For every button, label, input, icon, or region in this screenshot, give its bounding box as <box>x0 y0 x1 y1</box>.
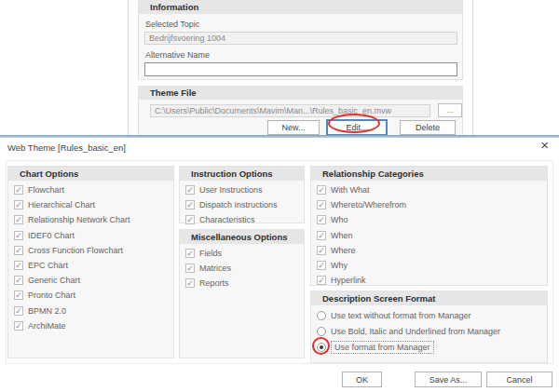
ok-button[interactable]: OK <box>342 372 382 387</box>
window-divider-left <box>128 0 129 135</box>
checkbox-option[interactable]: ✓Dispatch Instructions <box>185 197 304 212</box>
information-panel: Information Selected Topic Alternative N… <box>138 0 463 80</box>
theme-file-path-field[interactable] <box>150 104 430 117</box>
close-icon[interactable]: × <box>540 137 549 153</box>
checkbox-icon[interactable]: ✓ <box>185 200 195 210</box>
edit-theme-button[interactable]: Edit... <box>326 119 388 136</box>
selected-topic-label: Selected Topic <box>145 20 462 29</box>
checkbox-option[interactable]: ✓Hierarchical Chart <box>14 197 173 212</box>
option-label: Use text without format from Manager <box>331 311 471 320</box>
save-as-button[interactable]: Save As... <box>415 372 482 387</box>
option-label: BPMN 2.0 <box>28 306 66 316</box>
option-label: Cross Function Flowchart <box>28 246 123 255</box>
checkbox-icon[interactable]: ✓ <box>185 215 195 224</box>
option-label: Flowchart <box>28 185 64 195</box>
checkbox-icon[interactable]: ✓ <box>317 231 326 240</box>
instruction-options-title: Instruction Options <box>180 167 304 181</box>
checkbox-icon[interactable]: ✓ <box>14 246 23 255</box>
option-label: Where <box>331 246 356 255</box>
option-label: Matrices <box>199 264 231 273</box>
checkbox-option[interactable]: ✓Reports <box>185 276 304 291</box>
checkbox-icon[interactable]: ✓ <box>14 231 23 240</box>
chart-options-title: Chart Options <box>8 167 173 181</box>
dialog-top-edge <box>0 135 559 138</box>
option-label: Dispatch Instructions <box>199 200 278 210</box>
checkbox-icon[interactable]: ✓ <box>317 261 326 270</box>
checkbox-option[interactable]: ✓Pronto Chart <box>14 288 173 303</box>
checkbox-icon[interactable]: ✓ <box>317 200 326 210</box>
checkbox-icon[interactable]: ✓ <box>14 261 23 270</box>
selected-topic-field[interactable] <box>144 32 457 45</box>
description-screen-format-list: Use text without format from ManagerUse … <box>311 305 547 355</box>
checkbox-option[interactable]: ✓Characteristics <box>185 212 304 227</box>
checkbox-option[interactable]: ✓Cross Function Flowchart <box>14 243 173 258</box>
checkbox-option[interactable]: ✓User Instructions <box>185 182 304 197</box>
checkbox-option[interactable]: ✓Hyperlink <box>317 273 547 288</box>
checkbox-option[interactable]: ✓BPMN 2.0 <box>14 304 173 318</box>
delete-theme-button[interactable]: Delete <box>400 120 456 135</box>
checkbox-icon[interactable]: ✓ <box>317 185 326 195</box>
checkbox-option[interactable]: ✓ArchiMate <box>14 318 173 333</box>
checkbox-option[interactable]: ✓Generic Chart <box>14 273 173 288</box>
option-label: Pronto Chart <box>28 291 75 300</box>
miscellaneous-options-title: Miscellaneous Options <box>180 230 304 244</box>
radio-icon[interactable] <box>317 327 326 336</box>
checkbox-option[interactable]: ✓Matrices <box>185 261 304 276</box>
alternative-name-field[interactable] <box>144 62 457 76</box>
option-label: EPC Chart <box>28 261 68 270</box>
radio-option[interactable]: Use text without format from Manager <box>317 307 547 323</box>
option-label: Relationship Network Chart <box>28 215 130 224</box>
browse-button[interactable]: ... <box>438 103 462 117</box>
option-label: Reports <box>199 278 229 288</box>
option-label: Who <box>331 215 348 224</box>
checkbox-option[interactable]: ✓Flowchart <box>14 182 173 197</box>
theme-file-panel-title: Theme File <box>139 87 462 100</box>
description-screen-format-panel: Description Screen Format Use text witho… <box>310 291 548 363</box>
option-label: When <box>331 231 353 240</box>
checkbox-icon[interactable]: ✓ <box>14 291 23 300</box>
checkbox-option[interactable]: ✓Where <box>317 243 547 258</box>
relationship-categories-list: ✓With What✓Whereto/Wherefrom✓Who✓When✓Wh… <box>311 181 547 288</box>
radio-icon[interactable] <box>317 343 326 352</box>
option-label: Whereto/Wherefrom <box>331 200 406 210</box>
checkbox-option[interactable]: ✓Fields <box>185 246 304 261</box>
option-label: ArchiMate <box>28 321 66 331</box>
checkbox-icon[interactable]: ✓ <box>14 276 23 285</box>
relationship-categories-panel: Relationship Categories ✓With What✓Where… <box>310 166 548 286</box>
checkbox-icon[interactable]: ✓ <box>317 246 326 255</box>
radio-option[interactable]: Use format from Manager <box>317 339 547 355</box>
checkbox-icon[interactable]: ✓ <box>185 185 195 195</box>
radio-icon[interactable] <box>317 311 326 320</box>
alternative-name-label: Alternative Name <box>145 50 462 60</box>
checkbox-icon[interactable]: ✓ <box>185 264 195 273</box>
screenshot-root: Information Selected Topic Alternative N… <box>0 0 559 392</box>
checkbox-option[interactable]: ✓Whereto/Wherefrom <box>317 197 547 212</box>
checkbox-option[interactable]: ✓When <box>317 228 547 243</box>
option-label: Why <box>331 261 348 270</box>
checkbox-option[interactable]: ✓With What <box>317 182 547 197</box>
theme-file-path-row: ... <box>144 103 462 117</box>
checkbox-icon[interactable]: ✓ <box>185 249 195 258</box>
instruction-options-panel: Instruction Options ✓User Instructions✓D… <box>179 166 305 223</box>
checkbox-icon[interactable]: ✓ <box>185 278 195 288</box>
option-label: Fields <box>199 249 222 258</box>
option-label: Use format from Manager <box>331 341 434 354</box>
checkbox-icon[interactable]: ✓ <box>14 185 23 195</box>
checkbox-icon[interactable]: ✓ <box>14 321 23 331</box>
checkbox-option[interactable]: ✓Relationship Network Chart <box>14 212 173 227</box>
checkbox-option[interactable]: ✓Who <box>317 212 547 227</box>
checkbox-option[interactable]: ✓Why <box>317 258 547 273</box>
parent-window: Information Selected Topic Alternative N… <box>0 0 559 135</box>
checkbox-icon[interactable]: ✓ <box>14 200 23 210</box>
new-theme-button[interactable]: New... <box>267 120 320 135</box>
checkbox-icon[interactable]: ✓ <box>317 276 326 285</box>
chart-options-panel: Chart Options ✓Flowchart✓Hierarchical Ch… <box>7 166 174 358</box>
radio-option[interactable]: Use Bold, Italic and Underlined from Man… <box>317 323 547 339</box>
cancel-button[interactable]: Cancel <box>486 372 552 387</box>
checkbox-option[interactable]: ✓IDEF0 Chart <box>14 228 173 243</box>
checkbox-icon[interactable]: ✓ <box>14 215 23 224</box>
option-label: Characteristics <box>199 215 255 224</box>
checkbox-option[interactable]: ✓EPC Chart <box>14 258 173 273</box>
checkbox-icon[interactable]: ✓ <box>14 306 23 316</box>
checkbox-icon[interactable]: ✓ <box>317 215 326 224</box>
